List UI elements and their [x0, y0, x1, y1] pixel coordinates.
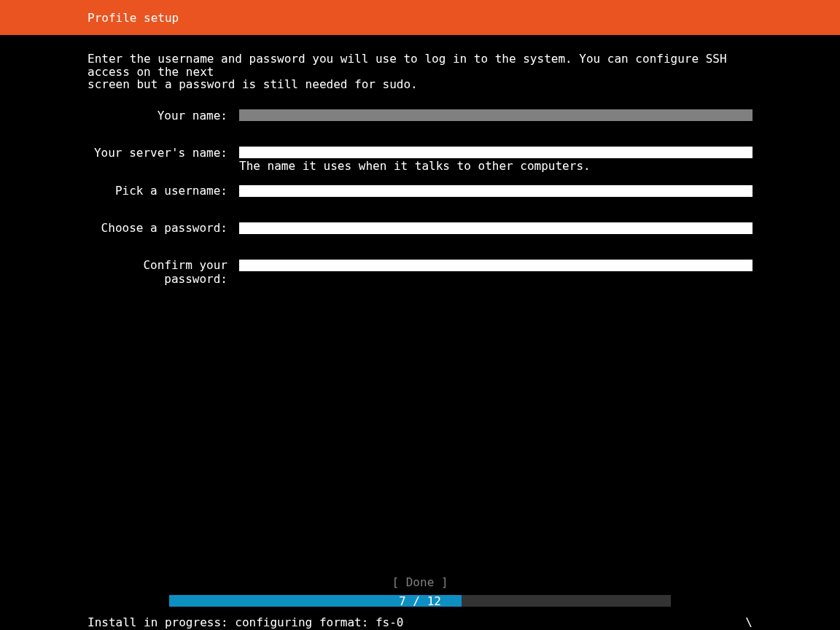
password-input[interactable]: [239, 222, 752, 234]
status-row: Install in progress: configuring format:…: [0, 615, 840, 630]
confirm-password-label: Confirm your password:: [88, 258, 228, 286]
username-input[interactable]: [239, 185, 752, 197]
confirm-password-input[interactable]: [239, 260, 752, 271]
password-label: Choose a password:: [88, 221, 228, 235]
form-row-password: Choose a password:: [88, 221, 752, 235]
done-button[interactable]: [ Done ]: [392, 575, 448, 589]
server-name-input[interactable]: [239, 147, 752, 158]
password-input-wrap: [239, 221, 752, 235]
name-label: Your name:: [88, 109, 228, 122]
name-input[interactable]: [239, 109, 752, 121]
progress-text: 7 / 12: [169, 594, 671, 608]
server-name-help: The name it uses when it talks to other …: [239, 160, 752, 173]
form-row-username: Pick a username:: [88, 184, 752, 198]
page-title: Profile setup: [88, 11, 179, 25]
server-name-input-wrap: The name it uses when it talks to other …: [239, 146, 752, 173]
server-name-label: Your server's name:: [88, 146, 228, 173]
status-text: Install in progress: configuring format:…: [88, 615, 403, 629]
confirm-password-input-wrap: [239, 258, 752, 286]
name-input-wrap: [239, 109, 752, 122]
username-label: Pick a username:: [88, 184, 228, 198]
form-row-confirm-password: Confirm your password:: [88, 258, 752, 286]
form-row-server-name: Your server's name: The name it uses whe…: [88, 146, 752, 173]
done-row: [ Done ]: [0, 575, 840, 589]
form-row-name: Your name:: [88, 109, 752, 122]
header: Profile setup: [0, 0, 840, 35]
progress-bar: 7 / 12: [169, 595, 671, 607]
content-area: Enter the username and password you will…: [0, 35, 840, 286]
username-input-wrap: [239, 184, 752, 198]
spinner-icon: \: [745, 615, 752, 629]
description-text: Enter the username and password you will…: [88, 52, 752, 91]
